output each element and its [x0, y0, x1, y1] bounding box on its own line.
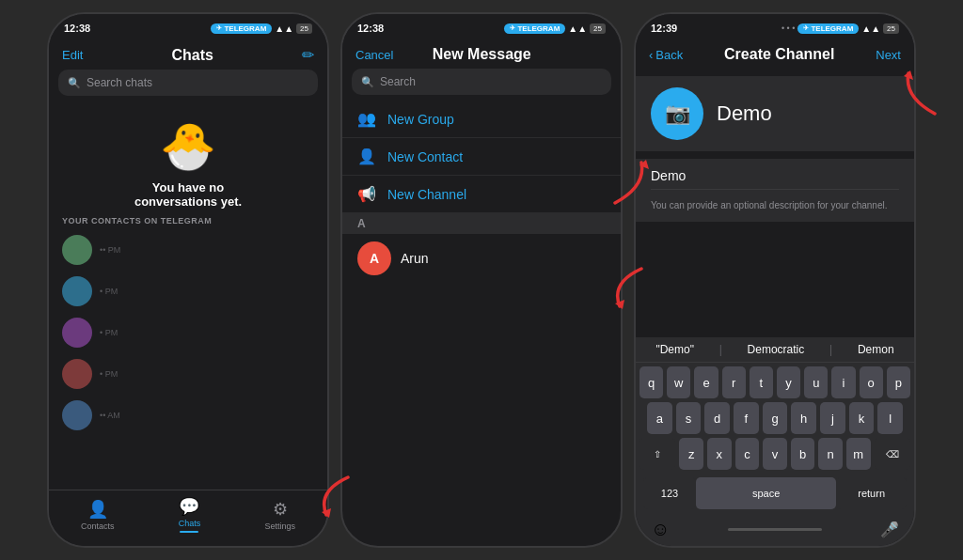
- key-b[interactable]: b: [791, 438, 815, 470]
- key-j[interactable]: j: [820, 402, 845, 434]
- tab-settings[interactable]: ⚙ Settings: [264, 499, 295, 531]
- keyboard-bottom-row: 123 space return: [636, 474, 914, 517]
- key-z[interactable]: z: [679, 438, 703, 470]
- keyboard: "Demo" | Democratic | Demon q w e r t y …: [636, 337, 914, 546]
- key-l[interactable]: l: [877, 402, 903, 434]
- empty-text: You have no conversations yet.: [134, 180, 242, 209]
- arun-contact[interactable]: A Arun: [342, 234, 621, 283]
- key-w[interactable]: w: [667, 366, 690, 398]
- key-return[interactable]: return: [836, 477, 907, 509]
- new-contact-label: New Contact: [387, 149, 463, 164]
- channel-name-input[interactable]: Demo: [651, 168, 899, 183]
- camera-icon: 📷: [665, 101, 690, 126]
- key-c[interactable]: c: [735, 438, 760, 470]
- suggestion-demo[interactable]: "Demo": [655, 343, 694, 356]
- home-bar: [728, 528, 822, 531]
- contact-info-1: •• PM: [100, 245, 314, 255]
- key-x[interactable]: x: [707, 438, 732, 470]
- new-channel-label: New Channel: [387, 187, 466, 202]
- new-group-label: New Group: [387, 112, 454, 127]
- screen1-wrapper: 12:38 TELEGRAM ▲▲ 25 Edit Chats ✏: [47, 12, 329, 548]
- chats-tab-label: Chats: [179, 519, 201, 528]
- search-icon-1: 🔍: [68, 77, 81, 89]
- camera-button[interactable]: 📷: [651, 87, 703, 140]
- cancel-button[interactable]: Cancel: [355, 48, 393, 62]
- group-icon: 👥: [357, 110, 376, 128]
- contacts-tab-label: Contacts: [81, 521, 115, 531]
- contact-row-1: •• PM: [49, 229, 327, 271]
- back-button[interactable]: ‹ Back: [649, 48, 683, 62]
- new-contact-item[interactable]: 👤 New Contact: [342, 138, 621, 176]
- channel-name-field[interactable]: Demo You can provide an optional descrip…: [636, 159, 914, 222]
- key-r[interactable]: r: [722, 366, 746, 398]
- battery-2: 25: [590, 23, 606, 34]
- contact-avatar-3: [62, 318, 92, 348]
- telegram-badge-2: TELEGRAM: [504, 23, 565, 34]
- channel-name-display: Demo: [717, 101, 772, 126]
- suggestion-democratic[interactable]: Democratic: [748, 343, 805, 356]
- contact-time-3: • PM: [100, 328, 314, 337]
- key-y[interactable]: y: [777, 366, 800, 398]
- key-delete[interactable]: ⌫: [875, 438, 910, 470]
- key-space[interactable]: space: [696, 477, 836, 509]
- tab-chats[interactable]: 💬 Chats: [179, 496, 201, 533]
- key-s[interactable]: s: [676, 402, 702, 434]
- key-m[interactable]: m: [846, 438, 871, 470]
- screen1: 12:38 TELEGRAM ▲▲ 25 Edit Chats ✏: [47, 12, 329, 548]
- key-p[interactable]: p: [887, 366, 910, 398]
- key-k[interactable]: k: [849, 402, 875, 434]
- search-icon-2: 🔍: [361, 76, 374, 88]
- nav-bar-2: Cancel New Message: [342, 42, 621, 69]
- status-bar-2: 12:38 TELEGRAM ▲▲ 25: [342, 14, 621, 42]
- key-d[interactable]: d: [704, 402, 730, 434]
- key-123[interactable]: 123: [643, 477, 696, 509]
- edit-button[interactable]: Edit: [62, 48, 83, 62]
- emoji-key[interactable]: ☺: [651, 519, 670, 540]
- contact-info-4: • PM: [100, 369, 314, 379]
- key-g[interactable]: g: [763, 402, 788, 434]
- key-v[interactable]: v: [763, 438, 787, 470]
- next-button[interactable]: Next: [876, 48, 901, 62]
- contact-avatar-5: [62, 400, 92, 430]
- mic-key[interactable]: 🎤: [880, 521, 899, 538]
- contact-row-2: • PM: [49, 271, 327, 312]
- key-o[interactable]: o: [860, 366, 883, 398]
- new-group-item[interactable]: 👥 New Group: [342, 101, 621, 138]
- search-bar-2[interactable]: 🔍 Search: [352, 69, 611, 95]
- time-1: 12:38: [64, 23, 90, 34]
- key-n[interactable]: n: [818, 438, 843, 470]
- suggestion-divider-1: |: [719, 343, 722, 356]
- contact-time-2: • PM: [100, 287, 314, 296]
- key-shift[interactable]: ⇧: [639, 438, 675, 470]
- settings-icon: ⚙: [273, 499, 288, 520]
- search-placeholder-2: Search: [380, 75, 416, 88]
- screen2-wrapper: 12:38 TELEGRAM ▲▲ 25 Cancel New Message: [340, 12, 623, 548]
- chats-title: Chats: [171, 47, 213, 64]
- compose-icon[interactable]: ✏: [302, 46, 314, 64]
- suggestion-divider-2: |: [829, 343, 832, 356]
- key-t[interactable]: t: [750, 366, 773, 398]
- time-3: 12:39: [651, 23, 677, 34]
- key-h[interactable]: h: [791, 402, 816, 434]
- contact-info-3: • PM: [100, 328, 314, 337]
- channel-icon: 📢: [357, 185, 376, 203]
- key-f[interactable]: f: [734, 402, 759, 434]
- contact-info-5: •• AM: [100, 411, 314, 420]
- keyboard-row-1: q w e r t y u i o p: [636, 366, 914, 398]
- screen3-wrapper: 12:39 • • • TELEGRAM ▲▲ 25 ‹ Back: [634, 12, 916, 548]
- key-u[interactable]: u: [804, 366, 828, 398]
- key-q[interactable]: q: [639, 366, 663, 398]
- key-a[interactable]: a: [647, 402, 672, 434]
- new-channel-item[interactable]: 📢 New Channel: [342, 176, 621, 213]
- telegram-badge-1: TELEGRAM: [211, 23, 272, 34]
- contact-info-2: • PM: [100, 287, 314, 296]
- keyboard-row-3: ⇧ z x c v b n m ⌫: [636, 438, 914, 470]
- key-e[interactable]: e: [694, 366, 718, 398]
- suggestion-demon[interactable]: Demon: [858, 343, 894, 356]
- channel-header: 📷 Demo: [636, 76, 914, 151]
- tab-contacts[interactable]: 👤 Contacts: [81, 499, 115, 531]
- search-bar-1[interactable]: 🔍 Search chats: [58, 70, 318, 96]
- key-i[interactable]: i: [831, 366, 855, 398]
- contact-row-5: •• AM: [49, 395, 327, 436]
- time-2: 12:38: [357, 23, 384, 34]
